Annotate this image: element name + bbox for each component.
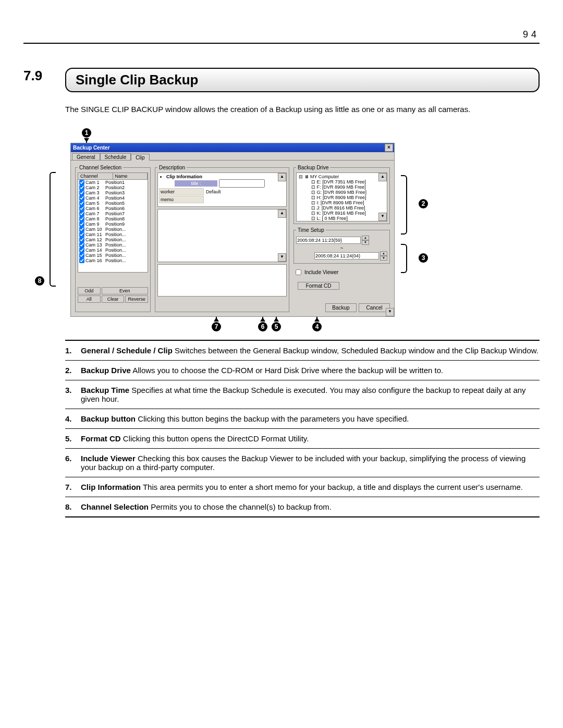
callout-5: 5 xyxy=(272,322,281,331)
tab-schedule[interactable]: Schedule xyxy=(100,153,131,160)
title-input[interactable] xyxy=(219,179,265,188)
time-from-input[interactable] xyxy=(296,237,361,244)
include-viewer-input[interactable] xyxy=(296,269,301,275)
channel-checkbox[interactable] xyxy=(79,227,84,232)
scroll-down-icon[interactable]: ▼ xyxy=(278,253,286,262)
channel-row[interactable]: Cam 5Position5 xyxy=(78,201,148,206)
cancel-button[interactable]: Cancel xyxy=(359,303,390,312)
channel-checkbox[interactable] xyxy=(79,206,84,211)
channel-list[interactable]: Channel Name Cam 1Position1Cam 2Position… xyxy=(78,172,148,273)
scroll-up-icon[interactable]: ▲ xyxy=(278,209,286,218)
all-button[interactable]: All xyxy=(78,295,101,303)
channel-row[interactable]: Cam 7Position7 xyxy=(78,211,148,216)
channel-row[interactable]: Cam 12Position... xyxy=(78,237,148,242)
channel-name: Position9 xyxy=(105,221,125,227)
channel-row[interactable]: Cam 2Position2 xyxy=(78,185,148,190)
header-name: Name xyxy=(113,173,148,179)
channel-id: Cam 3 xyxy=(85,190,105,195)
channel-id: Cam 1 xyxy=(85,180,105,185)
drive-item[interactable]: ⊡ F: [DVR 8909 MB Free] xyxy=(298,184,386,190)
top-rule xyxy=(23,43,540,44)
channel-row[interactable]: Cam 4Position4 xyxy=(78,195,148,201)
callout-4: 4 xyxy=(312,322,322,331)
legend-number: 5. xyxy=(65,434,81,443)
channel-checkbox[interactable] xyxy=(79,253,84,258)
description-area-2[interactable]: ▼ xyxy=(157,264,287,297)
legend-number: 3. xyxy=(65,386,81,403)
format-cd-button[interactable]: Format CD xyxy=(298,282,339,290)
drive-item[interactable]: ⊡ I: [DVR 8909 MB Free] xyxy=(298,200,386,205)
scroll-down-icon[interactable]: ▼ xyxy=(386,308,394,316)
channel-row[interactable]: Cam 13Position... xyxy=(78,242,148,248)
channel-checkbox[interactable] xyxy=(79,237,84,242)
channel-legend: Channel Selection xyxy=(78,165,123,170)
channel-list-header: Channel Name xyxy=(78,173,148,180)
channel-name: Position1 xyxy=(105,180,125,185)
channel-checkbox[interactable] xyxy=(79,201,84,206)
channel-row[interactable]: Cam 15Position... xyxy=(78,253,148,258)
channel-checkbox[interactable] xyxy=(79,258,84,263)
channel-checkbox[interactable] xyxy=(79,248,84,253)
channel-row[interactable]: Cam 11Position... xyxy=(78,232,148,237)
drive-tree[interactable]: ▲ ▼ ⊟ 🖥 MY Computer ⊡ E: [DVR 7351 MB Fr… xyxy=(296,172,387,221)
legend-text: General / Schedule / Clip Switches betwe… xyxy=(81,346,540,355)
time-to-spinner[interactable]: ▲▼ xyxy=(380,251,387,261)
channel-row[interactable]: Cam 16Position... xyxy=(78,258,148,263)
channel-row[interactable]: Cam 8Position8 xyxy=(78,216,148,221)
scroll-up-icon[interactable]: ▲ xyxy=(378,173,387,181)
channel-row[interactable]: Cam 3Position3 xyxy=(78,190,148,195)
drive-item[interactable]: ⊡ E: [DVR 7351 MB Free] xyxy=(298,179,386,184)
channel-row[interactable]: Cam 9Position9 xyxy=(78,221,148,227)
channel-checkbox[interactable] xyxy=(79,190,84,195)
window-title: Backup Center xyxy=(73,145,110,151)
even-button[interactable]: Even xyxy=(102,287,148,294)
include-viewer-checkbox[interactable]: Include Viewer xyxy=(293,268,390,277)
channel-checkbox[interactable] xyxy=(79,180,84,185)
channel-checkbox[interactable] xyxy=(79,216,84,221)
page-number: 94 xyxy=(523,29,540,40)
channel-checkbox[interactable] xyxy=(79,185,84,190)
drive-item[interactable]: ⊡ G: [DVR 8909 MB Free] xyxy=(298,190,386,195)
channel-row[interactable]: Cam 6Position6 xyxy=(78,206,148,211)
channel-checkbox[interactable] xyxy=(79,242,84,248)
backup-button[interactable]: Backup xyxy=(325,303,357,312)
scroll-down-icon[interactable]: ▼ xyxy=(378,213,387,221)
tab-general[interactable]: General xyxy=(72,153,100,160)
drive-item[interactable]: ⊡ L: [ 0 MB Free] xyxy=(298,216,386,221)
channel-name: Position... xyxy=(105,248,126,253)
drive-item[interactable]: ⊡ K: [DVR 8916 MB Free] xyxy=(298,211,386,216)
channel-name: Position... xyxy=(105,227,126,232)
legend-text: Include Viewer Checking this box causes … xyxy=(81,454,540,472)
channel-checkbox[interactable] xyxy=(79,221,84,227)
odd-button[interactable]: Odd xyxy=(78,287,101,294)
time-setup-legend: Time Setup xyxy=(296,227,326,233)
clip-information-box: ▲ Clip Information title : worker Defaul… xyxy=(157,172,287,207)
callout-8-bracket xyxy=(50,172,56,287)
drive-item[interactable]: ⊡ H: [DVR 8909 MB Free] xyxy=(298,195,386,200)
tab-clip[interactable]: Clip xyxy=(131,154,149,161)
tree-root[interactable]: MY Computer xyxy=(310,174,339,179)
time-setup-panel: Time Setup ▲▼ ~ ▲▼ xyxy=(293,227,390,264)
channel-row[interactable]: Cam 1Position1 xyxy=(78,180,148,185)
channel-checkbox[interactable] xyxy=(79,211,84,216)
channel-name: Position4 xyxy=(105,195,125,201)
drive-item[interactable]: ⊡ J: [DVR 8916 MB Free] xyxy=(298,205,386,211)
description-area-1[interactable]: ▲ ▼ xyxy=(157,209,287,262)
legend-text: Channel Selection Permits you to chose t… xyxy=(81,502,540,511)
channel-row[interactable]: Cam 10Position... xyxy=(78,227,148,232)
channel-checkbox[interactable] xyxy=(79,195,84,201)
channel-row[interactable]: Cam 14Position... xyxy=(78,248,148,253)
scroll-up-icon[interactable]: ▲ xyxy=(278,173,286,181)
channel-id: Cam 14 xyxy=(85,248,105,253)
legend-text: Clip Information This area permits you t… xyxy=(81,483,540,491)
close-icon[interactable]: × xyxy=(385,144,393,152)
time-from-spinner[interactable]: ▲▼ xyxy=(362,236,369,245)
clear-button[interactable]: Clear xyxy=(102,295,125,303)
legend-number: 1. xyxy=(65,346,81,355)
channel-id: Cam 9 xyxy=(85,221,105,227)
reverse-button[interactable]: Reverse xyxy=(125,295,148,303)
channel-checkbox[interactable] xyxy=(79,232,84,237)
time-to-input[interactable] xyxy=(314,252,379,260)
channel-id: Cam 12 xyxy=(85,237,105,242)
channel-name: Position... xyxy=(105,253,126,258)
